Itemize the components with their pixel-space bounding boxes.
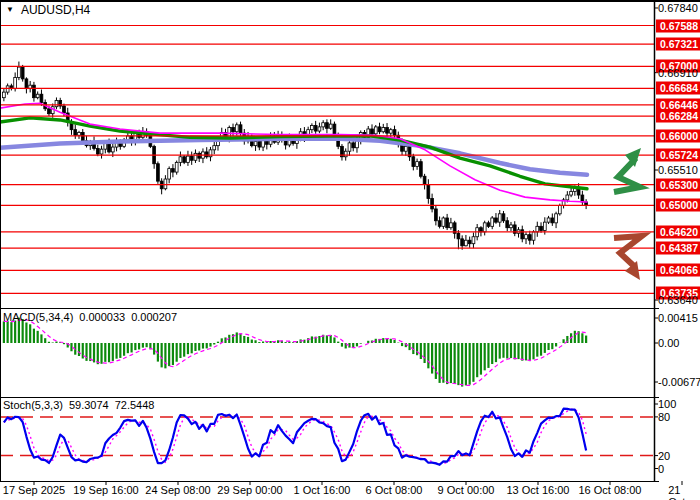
symbol-title-bar: ▼ AUDUSD,H4 [6, 3, 90, 17]
price-level-badge: 0.67588 [656, 19, 700, 32]
stoch-value-2: 72.5448 [115, 399, 155, 411]
price-level-badge: 0.65724 [656, 149, 700, 162]
time-axis-label: 1 Oct 16:00 [294, 484, 351, 496]
price-level-badge: 0.65300 [656, 178, 700, 191]
price-level-badge: 0.64620 [656, 225, 700, 238]
price-level-badge: 0.65000 [656, 199, 700, 212]
price-levels-layer [0, 26, 654, 294]
price-chart-canvas[interactable] [0, 0, 700, 500]
chevron-down-icon[interactable]: ▼ [6, 6, 14, 14]
time-axis-label: 29 Sep 00:00 [217, 484, 282, 496]
macd-axis-label: -0.006771 [658, 376, 700, 388]
stoch-axis-label: 0 [658, 463, 664, 475]
stoch-name: Stoch(5,3,3) [3, 399, 63, 411]
chart-window: ▼ AUDUSD,H4 MACD(5,34,4)0.0000330.000207… [0, 0, 700, 500]
time-axis-label: 19 Sep 16:00 [73, 484, 138, 496]
stoch-axis-label: 20 [658, 450, 670, 462]
stoch-axis-label: 80 [658, 411, 670, 423]
stoch-axis-label: 100 [658, 398, 676, 410]
stoch-value-1: 59.3074 [69, 399, 109, 411]
ma-mid-green [0, 118, 587, 189]
macd-name: MACD(5,34,4) [3, 311, 73, 323]
price-level-badge: 0.64387 [656, 242, 700, 255]
bearish-arrow-icon[interactable] [608, 232, 654, 282]
price-level-badge: 0.66000 [656, 129, 700, 142]
panel-borders [0, 0, 700, 485]
macd-value-1: 0.000033 [79, 311, 125, 323]
macd-axis-label: 0.00415 [658, 312, 698, 324]
price-level-badge: 0.67321 [656, 38, 700, 51]
time-axis-label: 13 Oct 16:00 [507, 484, 570, 496]
price-level-badge: 0.64066 [656, 264, 700, 277]
moving-averages-layer [0, 103, 587, 202]
time-axis-label: 21 Oct 00:00 [668, 484, 696, 500]
time-axis-label: 17 Sep 2025 [3, 484, 65, 496]
time-axis-label: 6 Oct 08:00 [366, 484, 423, 496]
stoch-layer [0, 409, 654, 465]
time-axis-label: 24 Sep 08:00 [145, 484, 210, 496]
price-level-badge: 0.66684 [656, 82, 700, 95]
macd-axis-label: 0.00 [658, 337, 679, 349]
macd-indicator-label: MACD(5,34,4)0.0000330.000207 [3, 311, 183, 323]
stoch-indicator-label: Stoch(5,3,3)59.307472.5448 [3, 399, 160, 411]
price-axis-label: 0.63640 [658, 294, 698, 306]
price-axis-label: 0.65510 [658, 164, 698, 176]
price-axis-label: 0.66910 [658, 67, 698, 79]
ma-fast-magenta [0, 103, 587, 202]
time-axis-label: 16 Oct 08:00 [579, 484, 642, 496]
macd-value-2: 0.000207 [131, 311, 177, 323]
time-axis-label: 9 Oct 00:00 [438, 484, 495, 496]
bullish-arrow-icon[interactable] [606, 146, 652, 196]
price-axis-label: 0.67840 [658, 2, 698, 14]
symbol-period-label: AUDUSD,H4 [21, 3, 90, 17]
price-level-badge: 0.66284 [656, 110, 700, 123]
macd-layer [4, 318, 586, 387]
